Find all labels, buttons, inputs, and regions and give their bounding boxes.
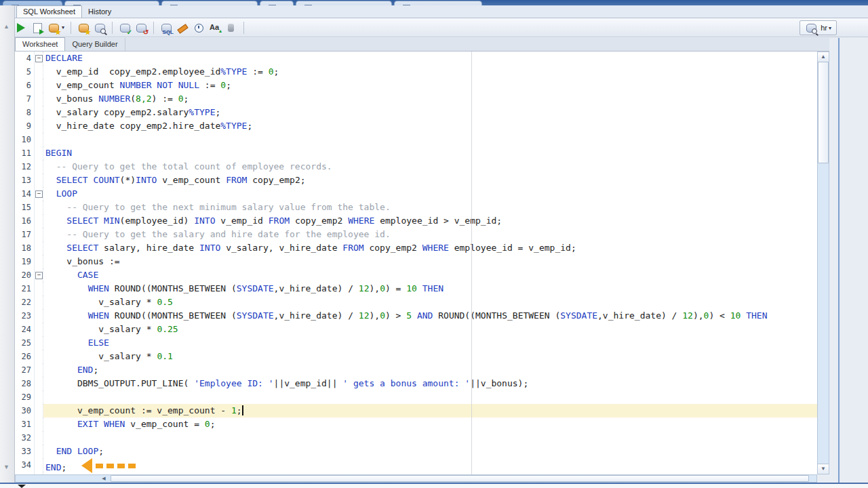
code-line[interactable]: 8 v_salary copy_emp2.salary%TYPE; bbox=[15, 106, 817, 119]
code-line[interactable]: 9 v_hire_date copy_emp2.hire_date%TYPE; bbox=[15, 119, 817, 133]
code-line[interactable]: 22 v_salary * 0.5 bbox=[15, 296, 817, 309]
code-line[interactable]: 11BEGIN bbox=[15, 146, 817, 160]
line-number: 11 bbox=[15, 146, 35, 160]
rollback-icon[interactable]: ↺ bbox=[135, 22, 147, 34]
code-line[interactable]: 25 ELSE bbox=[15, 336, 817, 350]
file-tab[interactable]: hr bbox=[260, 1, 294, 5]
horizontal-scrollbar[interactable]: ◀ bbox=[15, 474, 817, 483]
file-tab[interactable]: Start Page bbox=[3, 1, 62, 5]
code-line[interactable]: 28 DBMS_OUTPUT.PUT_LINE( 'Employee ID: '… bbox=[15, 377, 817, 390]
connection-dropdown-icon[interactable]: ▾ bbox=[829, 25, 831, 31]
vertical-scrollbar[interactable]: ▲ ▼ bbox=[817, 52, 829, 474]
line-number: 33 bbox=[15, 445, 35, 458]
run-statement-icon[interactable] bbox=[15, 22, 27, 34]
code-line[interactable]: 14− LOOP bbox=[15, 187, 817, 201]
format-icon[interactable] bbox=[225, 22, 237, 34]
vertical-scroll-thumb[interactable] bbox=[818, 62, 829, 163]
line-number: 5 bbox=[15, 65, 35, 79]
code-line[interactable]: 31 EXIT WHEN v_emp_count = 0; bbox=[15, 418, 817, 431]
fold-column bbox=[35, 377, 43, 390]
fold-column bbox=[35, 174, 43, 187]
code-line[interactable]: 13 SELECT COUNT(*)INTO v_emp_count FROM … bbox=[15, 174, 817, 187]
line-number: 24 bbox=[15, 323, 35, 336]
line-number: 28 bbox=[15, 377, 35, 390]
code-line[interactable]: 10 bbox=[15, 133, 817, 146]
code-line[interactable]: 23 WHEN ROUND((MONTHS_BETWEEN (SYSDATE,v… bbox=[15, 309, 817, 323]
bottom-strip bbox=[0, 484, 868, 488]
code-line[interactable]: 30 v_emp_count := v_emp_count - 1; bbox=[15, 404, 817, 418]
file-tab[interactable]: whileloop_example.sql bbox=[161, 1, 258, 5]
scroll-down-icon[interactable]: ▼ bbox=[818, 464, 829, 474]
clear-icon[interactable] bbox=[176, 22, 189, 34]
fold-column bbox=[35, 146, 43, 160]
tab-sql-worksheet[interactable]: SQL Worksheet bbox=[16, 5, 82, 18]
code-line[interactable]: 24 v_salary * 0.25 bbox=[15, 323, 817, 336]
code-line[interactable]: 7 v_bonus NUMBER(8,2) := 0; bbox=[15, 92, 817, 106]
code-fold-icon[interactable]: − bbox=[35, 272, 43, 279]
code-line[interactable]: 20− CASE bbox=[15, 268, 817, 282]
autotrace-dropdown-icon[interactable]: ▾ bbox=[62, 24, 64, 30]
right-gutter bbox=[829, 38, 868, 483]
file-tab[interactable]: basicloop_example.sql bbox=[296, 1, 392, 5]
left-splitter-strip[interactable]: ▲ ▼ bbox=[0, 5, 15, 483]
code-text: v_salary copy_emp2.salary%TYPE; bbox=[43, 106, 817, 119]
code-text: -- Query to get the salary and hire date… bbox=[43, 228, 817, 241]
scroll-up-icon[interactable]: ▲ bbox=[818, 52, 829, 62]
code-fold-icon[interactable]: − bbox=[35, 55, 43, 62]
fold-column: − bbox=[35, 52, 43, 65]
sql-history-icon[interactable] bbox=[193, 22, 205, 34]
commit-icon[interactable]: ✓ bbox=[119, 22, 131, 34]
code-line[interactable]: 6 v_emp_count NUMBER NOT NULL := 0; bbox=[15, 79, 817, 92]
explain-plan-icon[interactable]: ★ bbox=[77, 22, 90, 34]
code-line[interactable]: 29 bbox=[15, 390, 817, 404]
line-number: 32 bbox=[15, 431, 35, 445]
code-text: ELSE bbox=[43, 336, 817, 350]
splitter-collapse-up-icon[interactable]: ▲ bbox=[3, 23, 9, 30]
line-number: 31 bbox=[15, 418, 35, 431]
code-line[interactable]: 19 v_bonus := bbox=[15, 255, 817, 268]
code-line[interactable]: 15 -- Query to get the next minimum sala… bbox=[15, 201, 817, 214]
code-line[interactable]: 12 -- Query to get the total count of em… bbox=[15, 160, 817, 174]
unshared-worksheet-icon[interactable]: SQL bbox=[160, 22, 172, 34]
code-line[interactable]: 33 END LOOP; bbox=[15, 445, 817, 458]
file-tab[interactable]: caseloop_example.sql bbox=[64, 1, 159, 5]
file-tab[interactable]: forloop_example.sql bbox=[394, 1, 483, 5]
code-line[interactable]: 32 bbox=[15, 431, 817, 445]
change-case-icon[interactable]: Aa▴ bbox=[209, 22, 221, 34]
code-line[interactable]: 34END; bbox=[15, 458, 817, 472]
code-line[interactable]: 17 -- Query to get the salary and hire d… bbox=[15, 228, 817, 241]
run-script-icon[interactable] bbox=[31, 22, 43, 34]
sql-tuning-advisor-icon[interactable] bbox=[94, 22, 106, 34]
code-line[interactable]: 5 v_emp_id copy_emp2.employee_id%TYPE :=… bbox=[15, 65, 817, 79]
code-line[interactable]: 16 SELECT MIN(employee_id) INTO v_emp_id… bbox=[15, 214, 817, 228]
splitter-collapse-down-icon[interactable]: ▼ bbox=[3, 464, 9, 470]
code-fold-icon[interactable]: − bbox=[35, 190, 43, 198]
code-line[interactable]: 26 v_salary * 0.1 bbox=[15, 350, 817, 363]
autotrace-icon[interactable]: ★ bbox=[47, 22, 60, 34]
toolbar-separator bbox=[71, 22, 71, 34]
right-panel-splitter[interactable] bbox=[838, 38, 840, 483]
connection-selector[interactable]: hr ▾ bbox=[800, 20, 837, 35]
code-line[interactable]: 4−DECLARE bbox=[15, 52, 817, 65]
code-text bbox=[43, 133, 817, 146]
line-number: 9 bbox=[15, 119, 35, 133]
code-text bbox=[43, 431, 817, 445]
code-editor[interactable]: 4−DECLARE5 v_emp_id copy_emp2.employee_i… bbox=[15, 52, 817, 474]
scroll-left-icon[interactable]: ◀ bbox=[100, 475, 108, 482]
fold-column: − bbox=[35, 268, 43, 282]
fold-column bbox=[35, 296, 43, 309]
tab-query-builder[interactable]: Query Builder bbox=[65, 38, 125, 51]
code-line[interactable]: 27 END; bbox=[15, 363, 817, 377]
tab-worksheet[interactable]: Worksheet bbox=[15, 37, 65, 51]
horizontal-scroll-thumb[interactable] bbox=[111, 475, 809, 482]
code-line[interactable]: 21 WHEN ROUND((MONTHS_BETWEEN (SYSDATE,v… bbox=[15, 282, 817, 296]
code-text: v_salary * 0.25 bbox=[43, 323, 817, 336]
tab-history[interactable]: History bbox=[82, 6, 117, 18]
code-line[interactable]: 18 SELECT salary, hire_date INTO v_salar… bbox=[15, 241, 817, 255]
fold-column bbox=[35, 350, 43, 363]
fold-column bbox=[35, 92, 43, 106]
file-tab-strip: Start Pagecaseloop_example.sqlwhileloop_… bbox=[0, 0, 868, 5]
code-text: v_emp_count := v_emp_count - 1; bbox=[43, 404, 817, 418]
fold-column bbox=[35, 160, 43, 174]
code-text: v_emp_id copy_emp2.employee_id%TYPE := 0… bbox=[43, 65, 817, 79]
